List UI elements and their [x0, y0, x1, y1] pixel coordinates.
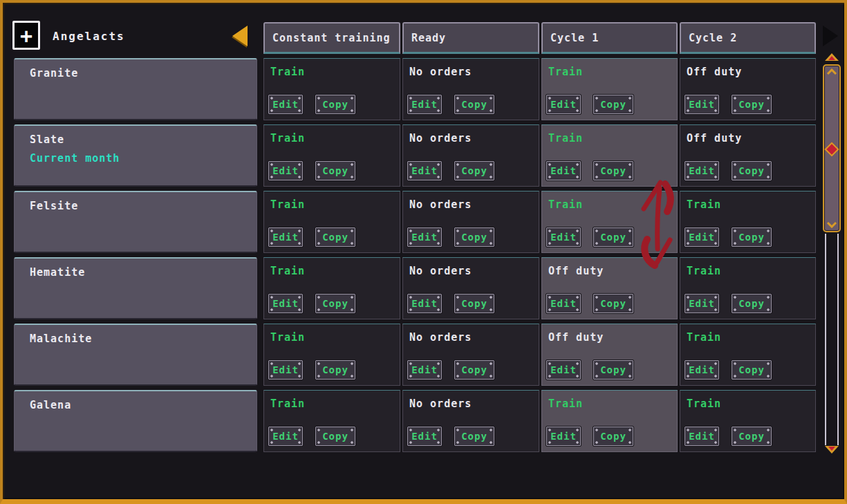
month-row-malachite[interactable]: Malachite — [14, 324, 257, 386]
edit-button[interactable]: Edit — [407, 227, 442, 247]
month-row-galena[interactable]: Galena — [14, 390, 257, 452]
copy-button[interactable]: Copy — [593, 294, 633, 313]
order-status: No orders — [409, 331, 472, 344]
schedule-cell[interactable]: TrainEditCopy — [680, 191, 816, 253]
edit-button[interactable]: Edit — [685, 427, 719, 446]
copy-button[interactable]: Copy — [454, 161, 494, 180]
copy-button[interactable]: Copy — [732, 227, 772, 247]
scrollbar-rail-right[interactable] — [837, 234, 839, 445]
order-status: Train — [548, 66, 583, 78]
edit-button[interactable]: Edit — [685, 161, 719, 180]
edit-button[interactable]: Edit — [268, 161, 303, 180]
edit-button[interactable]: Edit — [685, 360, 719, 380]
column-header-cycle-1[interactable]: Cycle 1 — [541, 22, 678, 54]
schedule-cell[interactable]: No ordersEditCopy — [402, 324, 539, 386]
column-header-label: Ready — [411, 32, 446, 44]
copy-button[interactable]: Copy — [315, 227, 355, 247]
schedule-cell[interactable]: TrainEditCopy — [263, 58, 400, 120]
schedule-cell[interactable]: Off dutyEditCopy — [541, 324, 678, 386]
prev-squad-icon[interactable] — [232, 26, 248, 46]
edit-button[interactable]: Edit — [546, 227, 581, 247]
schedule-cell[interactable]: TrainEditCopy — [541, 58, 678, 120]
copy-button[interactable]: Copy — [593, 227, 633, 247]
copy-button[interactable]: Copy — [315, 427, 355, 446]
order-status: Off duty — [687, 66, 742, 78]
column-header-constant-training[interactable]: Constant training — [263, 22, 400, 54]
order-status: Off duty — [548, 265, 604, 277]
copy-button[interactable]: Copy — [732, 360, 772, 380]
edit-button[interactable]: Edit — [268, 227, 303, 247]
order-status: No orders — [409, 265, 472, 277]
edit-button[interactable]: Edit — [546, 95, 581, 114]
copy-button[interactable]: Copy — [593, 427, 633, 446]
chevron-up-icon — [826, 68, 837, 75]
edit-button[interactable]: Edit — [268, 294, 303, 313]
copy-button[interactable]: Copy — [315, 360, 355, 380]
schedule-cell[interactable]: TrainEditCopy — [263, 390, 400, 452]
edit-button[interactable]: Edit — [268, 427, 303, 446]
copy-button[interactable]: Copy — [315, 294, 355, 313]
schedule-cell[interactable]: No ordersEditCopy — [402, 191, 539, 253]
copy-button[interactable]: Copy — [593, 161, 633, 180]
schedule-cell[interactable]: TrainEditCopy — [680, 324, 816, 386]
column-header-label: Constant training — [272, 32, 391, 44]
edit-button[interactable]: Edit — [685, 95, 719, 114]
schedule-cell[interactable]: No ordersEditCopy — [402, 390, 539, 452]
scrollbar-rail-left[interactable] — [825, 234, 826, 445]
edit-button[interactable]: Edit — [268, 360, 303, 380]
schedule-cell[interactable]: TrainEditCopy — [263, 324, 400, 386]
scroll-up-icon[interactable] — [825, 53, 839, 61]
schedule-cell[interactable]: TrainEditCopy — [541, 390, 678, 452]
copy-button[interactable]: Copy — [732, 161, 772, 180]
schedule-cell[interactable]: TrainEditCopy — [263, 191, 400, 253]
schedule-cell[interactable]: TrainEditCopy — [263, 124, 400, 187]
copy-button[interactable]: Copy — [454, 95, 494, 114]
copy-button[interactable]: Copy — [454, 227, 494, 247]
copy-button[interactable]: Copy — [315, 95, 355, 114]
copy-button[interactable]: Copy — [454, 294, 494, 313]
next-page-icon[interactable] — [823, 26, 838, 46]
copy-button[interactable]: Copy — [315, 161, 355, 180]
copy-button[interactable]: Copy — [454, 427, 494, 446]
schedule-cell[interactable]: No ordersEditCopy — [402, 58, 539, 120]
schedule-cell[interactable]: TrainEditCopy — [680, 390, 816, 452]
edit-button[interactable]: Edit — [407, 95, 442, 114]
schedule-cell[interactable]: Off dutyEditCopy — [680, 124, 816, 187]
edit-button[interactable]: Edit — [685, 227, 719, 247]
scrollbar-thumb[interactable] — [823, 64, 841, 232]
edit-button[interactable]: Edit — [546, 161, 581, 180]
edit-button[interactable]: Edit — [546, 360, 581, 380]
month-row-felsite[interactable]: Felsite — [14, 191, 257, 253]
edit-button[interactable]: Edit — [407, 294, 442, 313]
add-squad-button[interactable]: + — [12, 21, 40, 50]
edit-button[interactable]: Edit — [546, 294, 581, 313]
edit-button[interactable]: Edit — [407, 360, 442, 380]
column-header-cycle-2[interactable]: Cycle 2 — [680, 22, 816, 54]
copy-button[interactable]: Copy — [593, 360, 633, 380]
schedule-cell[interactable]: Off dutyEditCopy — [680, 58, 816, 120]
schedule-cell[interactable]: No ordersEditCopy — [402, 124, 539, 187]
edit-button[interactable]: Edit — [407, 161, 442, 180]
order-status: No orders — [409, 132, 472, 144]
order-status: Train — [270, 331, 305, 344]
edit-button[interactable]: Edit — [268, 95, 303, 114]
schedule-cell[interactable]: No ordersEditCopy — [402, 257, 539, 319]
column-header-ready[interactable]: Ready — [402, 22, 539, 54]
schedule-cell[interactable]: TrainEditCopy — [263, 257, 400, 319]
month-row-granite[interactable]: Granite — [14, 58, 257, 120]
edit-button[interactable]: Edit — [546, 427, 581, 446]
order-status: Train — [270, 66, 305, 78]
scroll-down-icon[interactable] — [825, 446, 839, 454]
copy-button[interactable]: Copy — [732, 95, 772, 114]
edit-button[interactable]: Edit — [407, 427, 442, 446]
month-row-hematite[interactable]: Hematite — [14, 257, 257, 319]
copy-button[interactable]: Copy — [732, 427, 772, 446]
copy-button[interactable]: Copy — [593, 95, 633, 114]
edit-button[interactable]: Edit — [685, 294, 719, 313]
schedule-cell[interactable]: TrainEditCopy — [680, 257, 816, 319]
copy-button[interactable]: Copy — [454, 360, 494, 380]
column-header-label: Cycle 1 — [550, 32, 599, 44]
copy-button[interactable]: Copy — [732, 294, 772, 313]
order-status: Off duty — [548, 331, 604, 344]
month-row-slate[interactable]: SlateCurrent month — [14, 124, 257, 187]
